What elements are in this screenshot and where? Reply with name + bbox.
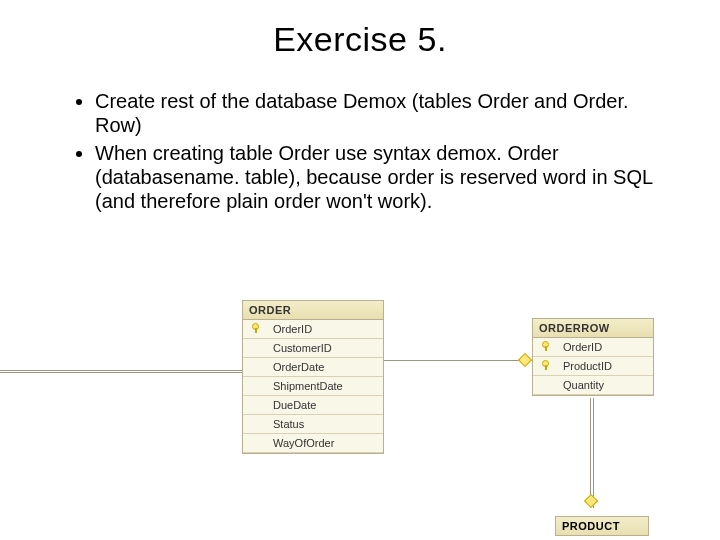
bullet-item: Create rest of the database Demox (table…	[95, 89, 680, 137]
column-name: WayOfOrder	[269, 434, 383, 453]
table-product-stub: PRODUCT	[555, 516, 649, 536]
column-name: ShipmentDate	[269, 377, 383, 396]
column-name: Quantity	[559, 376, 653, 395]
column-name: DueDate	[269, 396, 383, 415]
table-header: ORDER	[243, 301, 383, 320]
slide-title: Exercise 5.	[0, 20, 720, 59]
column-row: CustomerID	[243, 339, 383, 358]
key-icon	[251, 323, 261, 333]
table-orderrow: ORDERROW OrderID ProductID Quantity	[532, 318, 654, 396]
table-header: ORDERROW	[533, 319, 653, 338]
column-name: OrderID	[269, 320, 383, 339]
er-diagram: ORDER OrderID CustomerID OrderDate Shipm…	[0, 300, 720, 540]
key-icon	[541, 341, 551, 351]
column-row: OrderDate	[243, 358, 383, 377]
column-row: OrderID	[533, 338, 653, 357]
column-row: WayOfOrder	[243, 434, 383, 453]
relationship-diamond	[518, 353, 532, 367]
column-name: Status	[269, 415, 383, 434]
column-row: DueDate	[243, 396, 383, 415]
bullet-list: Create rest of the database Demox (table…	[55, 89, 680, 213]
column-row: Status	[243, 415, 383, 434]
column-name: ProductID	[559, 357, 653, 376]
bullet-item: When creating table Order use syntax dem…	[95, 141, 680, 213]
key-icon	[541, 360, 551, 370]
relationship-diamond	[584, 494, 598, 508]
column-name: OrderID	[559, 338, 653, 357]
column-row: ShipmentDate	[243, 377, 383, 396]
column-row: ProductID	[533, 357, 653, 376]
table-order: ORDER OrderID CustomerID OrderDate Shipm…	[242, 300, 384, 454]
column-name: CustomerID	[269, 339, 383, 358]
column-row: Quantity	[533, 376, 653, 395]
column-name: OrderDate	[269, 358, 383, 377]
column-row: OrderID	[243, 320, 383, 339]
